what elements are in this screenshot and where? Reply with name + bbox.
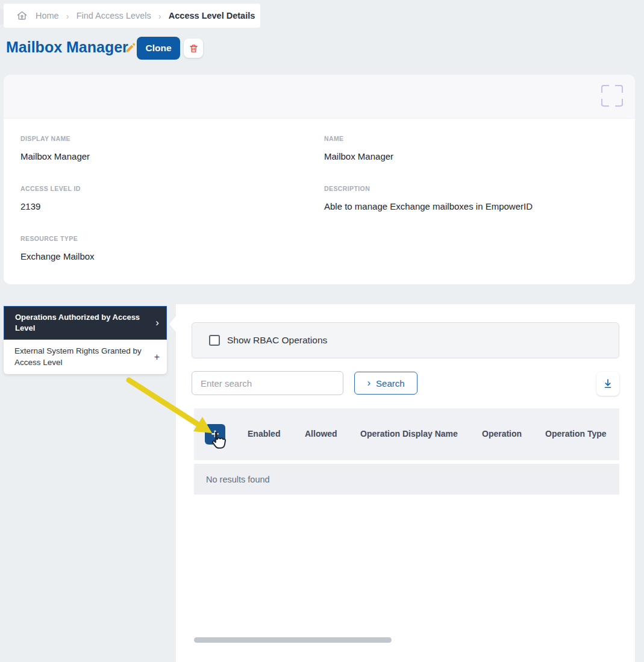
breadcrumb-item-current: Access Level Details [169,11,255,20]
plus-icon: + [154,352,160,363]
field-label: ACCESS LEVEL ID [20,185,81,192]
column-header-allowed: Allowed [305,429,337,439]
search-input[interactable] [192,371,343,395]
tab-operations-authorized[interactable]: Operations Authorized by Access Level › [4,306,167,340]
search-button-label: Search [376,378,405,389]
download-button[interactable] [596,372,619,396]
delete-button[interactable] [184,39,203,58]
expand-icon [615,99,623,107]
field-value: Exchange Mailbox [20,251,95,261]
chevron-right-icon: › [367,378,370,388]
expand-icon [615,85,623,93]
chevron-right-icon: › [155,317,159,329]
field-description: DESCRIPTION Able to manage Exchange mail… [324,185,533,211]
tab-label: External System Rights Granted by Access… [14,346,151,367]
expand-icon [601,99,609,107]
tab-label: Operations Authorized by Access Level [15,312,152,333]
expand-icon [601,85,609,93]
expand-fullscreen-button[interactable] [601,85,623,107]
field-label: DISPLAY NAME [20,135,90,142]
operations-table-header: + Enabled Allowed Operation Display Name… [194,408,619,460]
column-header-enabled: Enabled [248,429,280,439]
horizontal-scrollbar[interactable] [194,637,392,643]
field-label: NAME [324,135,393,142]
field-display-name: DISPLAY NAME Mailbox Manager [20,135,90,161]
field-label: DESCRIPTION [324,185,533,192]
chevron-right-icon: › [158,11,161,21]
access-level-details-card: DISPLAY NAME Mailbox Manager NAME Mailbo… [4,75,635,284]
breadcrumb-item-home[interactable]: Home [36,11,59,20]
show-rbac-operations-group: Show RBAC Operations [192,322,619,358]
field-access-level-id: ACCESS LEVEL ID 2139 [20,185,81,211]
pencil-icon [125,46,137,55]
no-results-row: No results found [194,464,619,495]
edit-title-button[interactable] [124,42,137,55]
breadcrumb-item-find-access-levels[interactable]: Find Access Levels [77,11,151,20]
field-value: Mailbox Manager [324,151,393,161]
panel-pointer-notch [169,316,176,332]
home-icon[interactable] [16,10,28,22]
column-header-operation-type: Operation Type [545,429,607,439]
add-operation-button[interactable]: + [205,424,225,445]
breadcrumb: Home › Find Access Levels › Access Level… [4,4,260,28]
page-title: Mailbox Manager [6,39,128,56]
field-name: NAME Mailbox Manager [324,135,393,161]
field-label: RESOURCE TYPE [20,235,95,242]
download-icon [602,378,614,390]
tab-external-system-rights[interactable]: External System Rights Granted by Access… [4,340,167,374]
column-header-operation: Operation [482,429,522,439]
field-value: 2139 [20,201,81,211]
column-header-operation-display-name: Operation Display Name [360,429,458,439]
trash-icon [189,43,199,54]
search-button[interactable]: › Search [354,372,417,395]
show-rbac-checkbox[interactable] [209,335,220,346]
chevron-right-icon: › [66,11,69,21]
clone-button[interactable]: Clone [137,37,180,60]
field-value: Able to manage Exchange mailboxes in Emp… [324,201,533,211]
details-card-header [4,75,635,119]
field-value: Mailbox Manager [20,151,90,161]
field-resource-type: RESOURCE TYPE Exchange Mailbox [20,235,95,261]
operations-panel: Show RBAC Operations › Search + Enabled … [176,304,635,662]
show-rbac-label: Show RBAC Operations [227,335,327,346]
